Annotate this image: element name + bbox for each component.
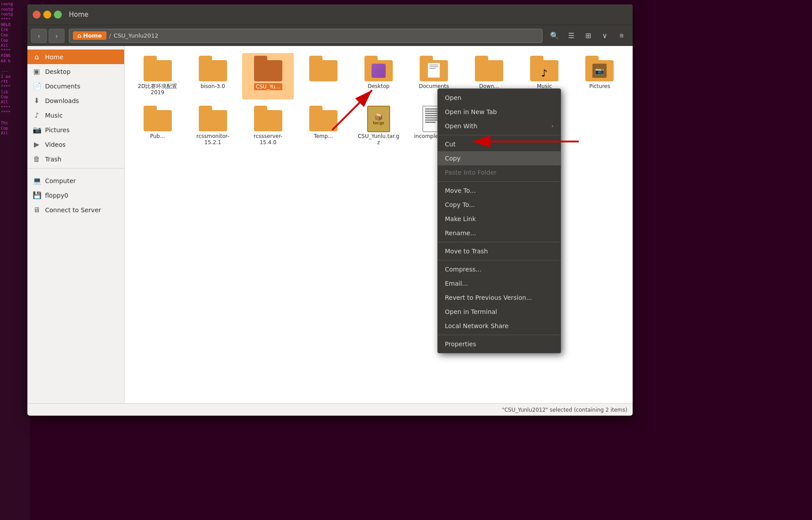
file-item-rcss15-4[interactable]: rcssserver-15.4.0 <box>242 103 294 149</box>
file-item-pictures[interactable]: 📷 Pictures <box>574 53 626 99</box>
context-menu-open-terminal[interactable]: Open in Terminal <box>438 305 561 319</box>
pictures-overlay-icon: 📷 <box>592 64 607 78</box>
file-item-csu-tar[interactable]: 📦 tar.gz CSU_Yunlu.tar.gz <box>353 103 404 149</box>
context-cut-label: Cut <box>445 141 455 148</box>
menu-button[interactable]: ≡ <box>614 29 629 43</box>
sidebar-item-computer[interactable]: 💻 Computer <box>27 173 124 188</box>
context-menu-revert[interactable]: Revert to Previous Version... <box>438 291 561 305</box>
list-view-icon: ☰ <box>568 31 574 40</box>
file-label-csu: CSU_Yu... <box>254 83 282 90</box>
sidebar-pictures-label: Pictures <box>45 126 69 134</box>
file-label-bison: bison-3.0 <box>201 83 225 89</box>
sidebar-documents-label: Documents <box>45 83 80 90</box>
file-item-2d[interactable]: 2D比赛环境配置2019 <box>132 53 183 99</box>
context-move-trash-label: Move to Trash <box>445 248 488 255</box>
context-move-to-label: Move To... <box>445 187 476 194</box>
folder-icon-pub <box>144 107 172 131</box>
context-menu-move-trash[interactable]: Move to Trash <box>438 244 561 258</box>
downloads-sidebar-icon: ⬇ <box>33 96 41 105</box>
sidebar-item-music[interactable]: ♪ Music <box>27 108 124 122</box>
context-menu-email[interactable]: Email... <box>438 276 561 291</box>
sort-button[interactable]: ∨ <box>597 29 612 43</box>
file-label-desktop: Desktop <box>368 83 390 89</box>
context-menu-copy-to[interactable]: Copy To... <box>438 198 561 212</box>
context-menu: Open Open in New Tab Open With › Cut Cop… <box>437 88 561 353</box>
context-menu-local-network[interactable]: Local Network Share <box>438 319 561 333</box>
desktop-sidebar-icon: ▣ <box>33 67 41 76</box>
file-label-pub: Pub... <box>150 133 165 139</box>
context-menu-make-link[interactable]: Make Link <box>438 212 561 226</box>
close-button[interactable] <box>33 11 41 19</box>
context-menu-properties[interactable]: Properties <box>438 337 561 351</box>
sidebar-item-floppy[interactable]: 💾 floppy0 <box>27 188 124 203</box>
context-make-link-label: Make Link <box>445 215 476 222</box>
sidebar-item-pictures[interactable]: 📷 Pictures <box>27 122 124 137</box>
file-item-pub[interactable]: Pub... <box>132 103 183 149</box>
context-copy-to-label: Copy To... <box>445 201 475 208</box>
sort-icon: ∨ <box>602 31 607 40</box>
context-separator-1 <box>438 135 561 135</box>
file-item-bison[interactable]: bison-3.0 <box>187 53 239 99</box>
context-rename-label: Rename... <box>445 229 476 237</box>
file-item-temp[interactable]: Temp... <box>297 103 349 149</box>
back-button[interactable]: ‹ <box>31 29 47 43</box>
videos-sidebar-icon: ▶ <box>33 140 41 149</box>
file-item-unknown1[interactable] <box>297 53 349 99</box>
maximize-button[interactable] <box>54 11 62 19</box>
path-separator: / <box>109 32 111 39</box>
sidebar-item-desktop[interactable]: ▣ Desktop <box>27 64 124 79</box>
context-paste-label: Paste Into Folder <box>445 169 497 176</box>
context-separator-2 <box>438 181 561 182</box>
context-menu-open-new-tab[interactable]: Open in New Tab <box>438 105 561 119</box>
window-title: Home <box>69 11 88 19</box>
folder-icon-documents <box>420 57 448 81</box>
search-button[interactable]: 🔍 <box>547 29 562 43</box>
context-revert-label: Revert to Previous Version... <box>445 294 532 301</box>
file-item-desktop[interactable]: Desktop <box>353 53 404 99</box>
context-separator-4 <box>438 260 561 260</box>
terminal-background: root@ root@ root@ **** HELO Cre Cop Cop … <box>0 0 30 520</box>
status-text: "CSU_Yunlu2012" selected (containing 2 i… <box>502 407 627 413</box>
sidebar-item-downloads[interactable]: ⬇ Downloads <box>27 93 124 108</box>
music-overlay-icon: ♪ <box>541 68 547 79</box>
folder-icon-down <box>475 57 503 81</box>
sidebar-item-home[interactable]: ⌂ Home <box>27 50 124 64</box>
home-location-item[interactable]: ⌂ Home <box>73 31 106 40</box>
forward-button[interactable]: › <box>49 29 65 43</box>
location-bar[interactable]: ⌂ Home / CSU_Yunlu2012 <box>69 29 543 43</box>
context-menu-copy[interactable]: Copy <box>438 151 561 165</box>
archive-icon: 📦 tar.gz <box>367 106 390 132</box>
file-item-csu[interactable]: CSU_Yu... <box>242 53 294 99</box>
list-view-button[interactable]: ☰ <box>564 29 579 43</box>
context-menu-open[interactable]: Open <box>438 91 561 105</box>
sidebar-item-videos[interactable]: ▶ Videos <box>27 137 124 152</box>
context-separator-5 <box>438 335 561 335</box>
sidebar-item-connect-server[interactable]: 🖥 Connect to Server <box>27 203 124 217</box>
context-email-label: Email... <box>445 280 468 287</box>
context-open-label: Open <box>445 94 461 101</box>
context-menu-compress[interactable]: Compress... <box>438 262 561 276</box>
pictures-sidebar-icon: 📷 <box>33 126 41 134</box>
context-menu-cut[interactable]: Cut <box>438 137 561 151</box>
home-sidebar-icon: ⌂ <box>33 53 41 61</box>
sidebar-item-documents[interactable]: 📄 Documents <box>27 79 124 93</box>
sub-location: CSU_Yunlu2012 <box>114 32 158 39</box>
minimize-button[interactable] <box>43 11 51 19</box>
context-open-new-tab-label: Open in New Tab <box>445 108 497 115</box>
context-menu-rename[interactable]: Rename... <box>438 226 561 240</box>
context-menu-open-with[interactable]: Open With › <box>438 119 561 133</box>
sidebar-trash-label: Trash <box>45 156 61 163</box>
context-open-with-label: Open With <box>445 122 478 130</box>
grid-view-button[interactable]: ⊞ <box>581 29 596 43</box>
connect-server-sidebar-icon: 🖥 <box>33 206 41 214</box>
file-label-2d: 2D比赛环境配置2019 <box>138 83 177 96</box>
open-with-arrow-icon: › <box>551 123 554 129</box>
sidebar-music-label: Music <box>45 112 63 119</box>
statusbar: "CSU_Yunlu2012" selected (containing 2 i… <box>27 403 633 416</box>
sidebar-item-trash[interactable]: 🗑 Trash <box>27 152 124 166</box>
file-item-rcss15-2[interactable]: rcssmonitor-15.2.1 <box>187 103 239 149</box>
sidebar-videos-label: Videos <box>45 141 66 148</box>
folder-icon-rcss15-2 <box>199 107 227 131</box>
sidebar-home-label: Home <box>45 54 63 61</box>
context-menu-move-to[interactable]: Move To... <box>438 184 561 198</box>
